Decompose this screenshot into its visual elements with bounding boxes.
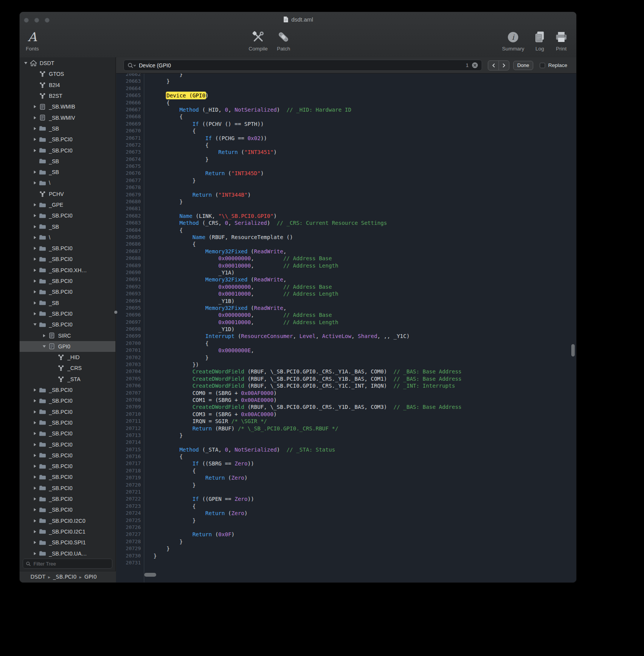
tree-item[interactable]: GPI0: [20, 341, 115, 352]
tree-item[interactable]: _SB: [20, 167, 115, 177]
code-line[interactable]: 20715 Method (_STA, 0, NotSerialized) //…: [116, 446, 576, 453]
disclosure-triangle[interactable]: [32, 388, 38, 392]
breadcrumb-item[interactable]: _SB.PCI0: [53, 574, 77, 580]
patch-button[interactable]: Patch: [277, 29, 290, 52]
code-line[interactable]: 20665 Device (GPI0): [116, 92, 576, 99]
disclosure-triangle[interactable]: [32, 290, 38, 293]
tree-item[interactable]: _SB.PCI0: [20, 395, 115, 406]
code-line[interactable]: 20720 }: [116, 482, 576, 489]
code-line[interactable]: 20679 Return ("INT344B"): [116, 191, 576, 198]
code-line[interactable]: 20694 _Y1B): [116, 298, 576, 305]
disclosure-triangle[interactable]: [32, 465, 38, 468]
vertical-scrollbar-thumb[interactable]: [571, 344, 575, 356]
code-line[interactable]: 20670 {: [116, 127, 576, 134]
disclosure-triangle[interactable]: [32, 279, 38, 283]
code-line[interactable]: 20682 Name (LINK, "\\_SB.PCI0.GPI0"): [116, 213, 576, 219]
disclosure-triangle[interactable]: [32, 269, 38, 272]
search-menu-icon[interactable]: [127, 62, 136, 69]
code-line[interactable]: 20717 If ((SBRG == Zero)): [116, 460, 576, 467]
tree-item[interactable]: SIRC: [20, 330, 115, 341]
code-line[interactable]: 20686 {: [116, 241, 576, 248]
code-line[interactable]: 20718 {: [116, 467, 576, 474]
code-line[interactable]: 20662 }: [116, 74, 576, 78]
disclosure-triangle[interactable]: [32, 181, 38, 184]
tree-item[interactable]: _SB.PCI0: [20, 243, 115, 254]
breadcrumb-item[interactable]: DSDT: [30, 574, 45, 580]
code-line[interactable]: 20716 {: [116, 453, 576, 460]
find-next-button[interactable]: [499, 61, 509, 70]
code-line[interactable]: 20714: [116, 439, 576, 446]
code-line[interactable]: 20722 If ((GPEN == Zero)): [116, 495, 576, 502]
code-line[interactable]: 20726: [116, 524, 576, 531]
disclosure-triangle[interactable]: [32, 541, 38, 544]
disclosure-triangle[interactable]: [32, 171, 38, 174]
tree-item[interactable]: _SB.PCI0.XH…: [20, 265, 115, 276]
disclosure-triangle[interactable]: [32, 454, 38, 457]
disclosure-triangle[interactable]: [32, 410, 38, 413]
code-line[interactable]: 20672 {: [116, 142, 576, 149]
tree-item[interactable]: _SB.PCI0: [20, 450, 115, 461]
splitter-handle[interactable]: [114, 311, 117, 314]
code-line[interactable]: 20719 Return (Zero): [116, 474, 576, 481]
code-line[interactable]: 20725 }: [116, 517, 576, 524]
code-line[interactable]: 20709 CreateDWordField (RBUF, \_SB.PCI0.…: [116, 403, 576, 410]
disclosure-triangle[interactable]: [32, 432, 38, 435]
tree-item[interactable]: _SB.PCI0: [20, 254, 115, 264]
tree-item[interactable]: DSDT: [20, 58, 115, 69]
find-previous-button[interactable]: [488, 61, 499, 70]
code-line[interactable]: 20676 Return ("INT345D"): [116, 170, 576, 177]
code-line[interactable]: 20695 Memory32Fixed (ReadWrite,: [116, 305, 576, 311]
code-line[interactable]: 20681: [116, 205, 576, 212]
code-line[interactable]: 20687 Memory32Fixed (ReadWrite,: [116, 248, 576, 255]
code-line[interactable]: 20690 _Y1A): [116, 269, 576, 276]
code-line[interactable]: 20703 }): [116, 361, 576, 368]
code-line[interactable]: 20688 0x00000000, // Address Base: [116, 255, 576, 262]
code-line[interactable]: 20704 CreateDWordField (RBUF, \_SB.PCI0.…: [116, 368, 576, 375]
code-line[interactable]: 20664: [116, 85, 576, 92]
code-line[interactable]: 20702 }: [116, 354, 576, 361]
find-field[interactable]: 1: [123, 60, 482, 71]
code-line[interactable]: 20723 {: [116, 503, 576, 510]
disclosure-triangle[interactable]: [32, 475, 38, 479]
tree-item[interactable]: _SB.PCI0: [20, 385, 115, 395]
log-button[interactable]: Log: [534, 29, 546, 52]
compile-button[interactable]: Compile: [249, 29, 268, 52]
tree-item[interactable]: _SB.PCI0.I2C0: [20, 515, 115, 526]
tree-item[interactable]: _SB.PCI0: [20, 483, 115, 494]
tree-item[interactable]: _STA: [20, 374, 115, 385]
code-line[interactable]: 20663 }: [116, 78, 576, 85]
disclosure-triangle[interactable]: [32, 105, 38, 108]
code-line[interactable]: 20667 Method (_HID, 0, NotSerialized) //…: [116, 106, 576, 113]
code-line[interactable]: 20700 {: [116, 340, 576, 347]
tree-item[interactable]: _SB.PCI0: [20, 461, 115, 472]
disclosure-triangle[interactable]: [32, 138, 38, 141]
tree-item[interactable]: _SB.PCI0: [20, 417, 115, 428]
summary-button[interactable]: i Summary: [502, 29, 524, 52]
code-line[interactable]: 20724 Return (Zero): [116, 510, 576, 517]
code-line[interactable]: 20701 0x0000000E,: [116, 347, 576, 354]
tree-item[interactable]: _SB.PCI0: [20, 472, 115, 482]
tree-item[interactable]: _SB.PCI0: [20, 319, 115, 330]
tree-item[interactable]: _SB.PCI0: [20, 276, 115, 286]
code-line[interactable]: 20678: [116, 184, 576, 191]
tree-item[interactable]: _SB.PCI0.I2C1: [20, 526, 115, 537]
tree-item[interactable]: _SB: [20, 123, 115, 134]
code-line[interactable]: 20699 Interrupt (ResourceConsumer, Level…: [116, 333, 576, 340]
tree-item[interactable]: _SB.PCI0: [20, 407, 115, 417]
disclosure-triangle[interactable]: [32, 312, 38, 315]
tree-item[interactable]: _GPE: [20, 199, 115, 210]
disclosure-triangle[interactable]: [32, 301, 38, 305]
code-line[interactable]: 20683 Method (_CRS, 0, Serialized) // _C…: [116, 219, 576, 226]
code-line[interactable]: 20693 0x00010000, // Address Length: [116, 290, 576, 297]
code-line[interactable]: 20707 COM0 = (SBRG + 0x00AF0000): [116, 390, 576, 397]
horizontal-scrollbar-thumb[interactable]: [144, 573, 156, 577]
disclosure-triangle[interactable]: [32, 127, 38, 130]
disclosure-triangle[interactable]: [32, 214, 38, 217]
code-line[interactable]: 20706 CreateDWordField (RBUF, \_SB.PCI0.…: [116, 382, 576, 389]
fonts-button[interactable]: A Fonts: [26, 29, 39, 52]
code-line[interactable]: 20668 {: [116, 113, 576, 120]
code-line[interactable]: 20727 Return (0x0F): [116, 531, 576, 538]
code-line[interactable]: 20730}: [116, 552, 576, 559]
code-line[interactable]: 20698 _Y1D): [116, 326, 576, 333]
done-button[interactable]: Done: [513, 61, 533, 70]
